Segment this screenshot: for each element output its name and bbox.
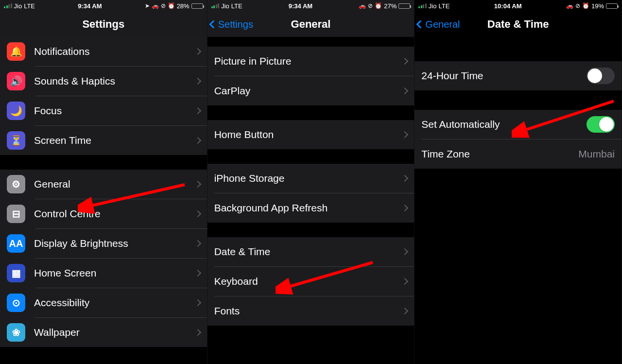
battery-icon	[606, 3, 618, 9]
row-label: Picture in Picture	[214, 55, 398, 67]
row-label: Display & Brightness	[34, 238, 190, 249]
signal-icon	[418, 3, 427, 8]
signal-icon	[4, 3, 12, 8]
chevron-right-icon	[194, 210, 201, 217]
row-label: Home Screen	[34, 267, 190, 279]
panel-general: Jio LTE 9:34 AM 🚗 ⊘ ⏰ 27% Settings Gener…	[207, 0, 415, 364]
row-24-hour-time[interactable]: 24-Hour Time	[415, 61, 622, 90]
general-icon: ⚙	[7, 175, 25, 193]
row-access[interactable]: ⊙Accessibility	[0, 288, 207, 317]
row-set-automatically[interactable]: Set Automatically	[415, 110, 622, 139]
row-bgrefresh[interactable]: Background App Refresh	[207, 193, 415, 223]
status-bar: Jio LTE 9:34 AM ➤ 🚗 ⊘ ⏰ 28%	[0, 0, 207, 12]
access-icon: ⊙	[7, 294, 25, 312]
chevron-left-icon	[209, 20, 217, 29]
status-bar: Jio LTE 10:04 AM 🚗 ⊘ ⏰ 19%	[415, 0, 622, 12]
home-icon: ▦	[7, 264, 25, 282]
row-value: Mumbai	[578, 148, 615, 160]
back-button[interactable]: General	[417, 12, 460, 37]
battery-icon	[191, 3, 203, 9]
status-time: 9:34 AM	[78, 2, 102, 10]
row-notifications[interactable]: 🔔Notifications	[0, 37, 207, 66]
car-icon: 🚗	[152, 2, 159, 9]
battery-pct: 28%	[177, 2, 190, 10]
chevron-right-icon	[194, 48, 201, 55]
row-label: Sounds & Haptics	[34, 75, 190, 87]
sounds-icon: 🔊	[7, 72, 25, 90]
row-wall[interactable]: ❀Wallpaper	[0, 318, 207, 347]
chevron-right-icon	[401, 278, 408, 285]
focus-icon: 🌙	[7, 102, 25, 120]
signal-icon	[211, 3, 220, 8]
chevron-right-icon	[194, 78, 201, 85]
location-icon: ➤	[145, 2, 150, 9]
status-time: 9:34 AM	[289, 2, 312, 10]
toggle-set-automatically[interactable]	[587, 116, 615, 133]
row-sounds[interactable]: 🔊Sounds & Haptics	[0, 67, 207, 96]
row-label: CarPlay	[214, 85, 398, 97]
row-focus[interactable]: 🌙Focus	[0, 96, 207, 125]
row-label: General	[34, 178, 190, 190]
chevron-right-icon	[401, 205, 408, 211]
chevron-right-icon	[194, 181, 201, 188]
row-general[interactable]: ⚙General	[0, 170, 207, 199]
toggle-24-hour[interactable]	[587, 68, 615, 84]
chevron-right-icon	[194, 299, 201, 306]
row-display[interactable]: AADisplay & Brightness	[0, 229, 207, 258]
network-label: LTE	[24, 2, 35, 10]
row-carplay[interactable]: CarPlay	[207, 76, 415, 105]
chevron-right-icon	[401, 58, 408, 65]
network-label: LTE	[438, 2, 449, 10]
row-label: Fonts	[214, 305, 398, 317]
carrier-label: Jio	[14, 2, 22, 10]
network-label: LTE	[231, 2, 242, 10]
notifications-icon: 🔔	[7, 42, 25, 61]
orientation-lock-icon: ⊘	[368, 2, 373, 9]
car-icon: 🚗	[359, 2, 366, 9]
page-title: Settings	[82, 18, 124, 31]
row-label: Time Zone	[421, 148, 578, 160]
alarm-icon: ⏰	[582, 2, 589, 9]
row-label: Wallpaper	[34, 327, 190, 338]
navbar: Settings	[0, 12, 207, 37]
carrier-label: Jio	[429, 2, 437, 10]
row-label: Date & Time	[214, 246, 398, 258]
orientation-lock-icon: ⊘	[161, 2, 166, 9]
row-label: Focus	[34, 105, 190, 117]
row-label: Set Automatically	[421, 119, 587, 130]
page-title: Date & Time	[487, 18, 549, 31]
alarm-icon: ⏰	[168, 2, 175, 9]
row-time-zone[interactable]: Time Zone Mumbai	[415, 139, 622, 169]
display-icon: AA	[7, 234, 25, 253]
row-screentime[interactable]: ⏳Screen Time	[0, 126, 207, 155]
orientation-lock-icon: ⊘	[575, 2, 580, 9]
chevron-right-icon	[194, 240, 201, 247]
control-icon: ⊟	[7, 205, 25, 223]
back-label: Settings	[218, 19, 253, 30]
row-control[interactable]: ⊟Control Centre	[0, 199, 207, 228]
row-label: iPhone Storage	[214, 173, 398, 184]
chevron-right-icon	[194, 137, 201, 144]
battery-pct: 19%	[591, 2, 604, 10]
chevron-right-icon	[401, 308, 408, 314]
panel-settings: Jio LTE 9:34 AM ➤ 🚗 ⊘ ⏰ 28% Settings 🔔No…	[0, 0, 207, 364]
row-fonts[interactable]: Fonts	[207, 296, 415, 326]
chevron-right-icon	[401, 87, 408, 94]
status-time: 10:04 AM	[494, 2, 522, 10]
chevron-right-icon	[194, 270, 201, 277]
row-datetime[interactable]: Date & Time	[207, 237, 415, 266]
row-pip[interactable]: Picture in Picture	[207, 47, 415, 76]
row-home[interactable]: ▦Home Screen	[0, 259, 207, 288]
navbar: General Date & Time	[415, 12, 622, 37]
chevron-right-icon	[401, 131, 408, 138]
alarm-icon: ⏰	[375, 2, 382, 9]
back-button[interactable]: Settings	[210, 12, 253, 37]
panel-date-time: Jio LTE 10:04 AM 🚗 ⊘ ⏰ 19% General Date …	[415, 0, 622, 364]
row-homebutton[interactable]: Home Button	[207, 120, 415, 149]
chevron-right-icon	[401, 175, 408, 182]
car-icon: 🚗	[566, 2, 573, 9]
row-label: Screen Time	[34, 135, 190, 146]
row-label: Home Button	[214, 129, 398, 140]
row-storage[interactable]: iPhone Storage	[207, 164, 415, 193]
row-keyboard[interactable]: Keyboard	[207, 267, 415, 296]
